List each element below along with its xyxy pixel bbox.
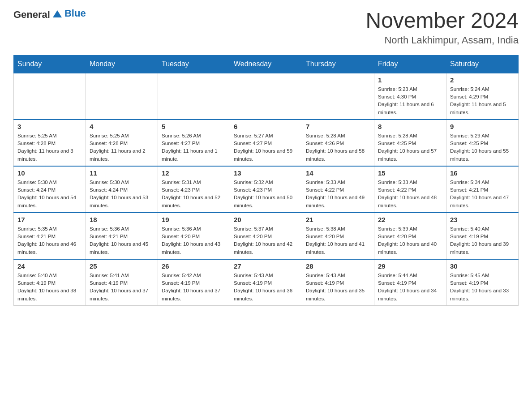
- calendar-cell: 16Sunrise: 5:34 AMSunset: 4:21 PMDayligh…: [446, 166, 519, 213]
- calendar-cell: 1Sunrise: 5:23 AMSunset: 4:30 PMDaylight…: [374, 73, 446, 120]
- calendar-cell: 11Sunrise: 5:30 AMSunset: 4:24 PMDayligh…: [86, 166, 158, 213]
- calendar-cell: 12Sunrise: 5:31 AMSunset: 4:23 PMDayligh…: [158, 166, 230, 213]
- calendar-cell: 26Sunrise: 5:42 AMSunset: 4:19 PMDayligh…: [158, 259, 230, 306]
- day-info: Sunrise: 5:28 AMSunset: 4:25 PMDaylight:…: [378, 132, 442, 163]
- page-header: General Blue November 2024 North Lakhimp…: [13, 9, 519, 46]
- day-info: Sunrise: 5:43 AMSunset: 4:19 PMDaylight:…: [234, 272, 298, 303]
- calendar-cell: 18Sunrise: 5:36 AMSunset: 4:21 PMDayligh…: [86, 213, 158, 259]
- calendar-cell: 10Sunrise: 5:30 AMSunset: 4:24 PMDayligh…: [14, 166, 86, 213]
- day-number: 26: [162, 262, 226, 270]
- day-number: 8: [378, 123, 442, 130]
- day-number: 5: [162, 123, 226, 130]
- day-number: 12: [162, 169, 226, 177]
- calendar-cell: 9Sunrise: 5:29 AMSunset: 4:25 PMDaylight…: [446, 120, 519, 166]
- day-info: Sunrise: 5:40 AMSunset: 4:19 PMDaylight:…: [450, 225, 515, 256]
- calendar-cell: [86, 73, 158, 120]
- month-title: November 2024: [365, 9, 519, 33]
- day-number: 21: [306, 216, 370, 223]
- column-header-thursday: Thursday: [302, 55, 374, 73]
- calendar-header-row: SundayMondayTuesdayWednesdayThursdayFrid…: [14, 55, 519, 73]
- day-number: 18: [90, 216, 154, 223]
- logo-triangle-icon: [51, 7, 64, 19]
- day-info: Sunrise: 5:25 AMSunset: 4:28 PMDaylight:…: [17, 132, 82, 163]
- day-number: 10: [17, 169, 82, 177]
- day-number: 13: [234, 169, 298, 177]
- day-number: 14: [306, 169, 370, 177]
- day-number: 22: [378, 216, 442, 223]
- day-info: Sunrise: 5:28 AMSunset: 4:26 PMDaylight:…: [306, 132, 370, 163]
- column-header-sunday: Sunday: [14, 55, 86, 73]
- day-info: Sunrise: 5:33 AMSunset: 4:22 PMDaylight:…: [378, 179, 442, 210]
- day-number: 30: [450, 262, 515, 270]
- calendar-cell: 29Sunrise: 5:44 AMSunset: 4:19 PMDayligh…: [374, 259, 446, 306]
- day-number: 24: [17, 262, 82, 270]
- week-row-1: 1Sunrise: 5:23 AMSunset: 4:30 PMDaylight…: [14, 73, 519, 120]
- calendar-cell: 27Sunrise: 5:43 AMSunset: 4:19 PMDayligh…: [230, 259, 302, 306]
- day-info: Sunrise: 5:35 AMSunset: 4:21 PMDaylight:…: [17, 225, 82, 256]
- day-number: 9: [450, 123, 515, 130]
- calendar-cell: [230, 73, 302, 120]
- calendar-cell: 2Sunrise: 5:24 AMSunset: 4:29 PMDaylight…: [446, 73, 519, 120]
- day-number: 1: [378, 76, 442, 84]
- week-row-2: 3Sunrise: 5:25 AMSunset: 4:28 PMDaylight…: [14, 120, 519, 166]
- day-number: 27: [234, 262, 298, 270]
- day-number: 4: [90, 123, 154, 130]
- day-number: 23: [450, 216, 515, 223]
- column-header-monday: Monday: [86, 55, 158, 73]
- calendar-cell: 24Sunrise: 5:40 AMSunset: 4:19 PMDayligh…: [14, 259, 86, 306]
- location-title: North Lakhimpur, Assam, India: [365, 34, 519, 46]
- day-number: 20: [234, 216, 298, 223]
- calendar-cell: 13Sunrise: 5:32 AMSunset: 4:23 PMDayligh…: [230, 166, 302, 213]
- calendar-cell: 15Sunrise: 5:33 AMSunset: 4:22 PMDayligh…: [374, 166, 446, 213]
- day-info: Sunrise: 5:31 AMSunset: 4:23 PMDaylight:…: [162, 179, 226, 210]
- logo-text-blue: Blue: [64, 8, 86, 19]
- day-info: Sunrise: 5:37 AMSunset: 4:20 PMDaylight:…: [234, 225, 298, 256]
- calendar-cell: 28Sunrise: 5:43 AMSunset: 4:19 PMDayligh…: [302, 259, 374, 306]
- day-info: Sunrise: 5:39 AMSunset: 4:20 PMDaylight:…: [378, 225, 442, 256]
- calendar-cell: 30Sunrise: 5:45 AMSunset: 4:19 PMDayligh…: [446, 259, 519, 306]
- day-info: Sunrise: 5:41 AMSunset: 4:19 PMDaylight:…: [90, 272, 154, 303]
- column-header-wednesday: Wednesday: [230, 55, 302, 73]
- day-info: Sunrise: 5:24 AMSunset: 4:29 PMDaylight:…: [450, 86, 515, 116]
- svg-marker-0: [53, 10, 62, 17]
- day-info: Sunrise: 5:26 AMSunset: 4:27 PMDaylight:…: [162, 132, 226, 163]
- day-info: Sunrise: 5:29 AMSunset: 4:25 PMDaylight:…: [450, 132, 515, 163]
- day-info: Sunrise: 5:43 AMSunset: 4:19 PMDaylight:…: [306, 272, 370, 303]
- day-info: Sunrise: 5:44 AMSunset: 4:19 PMDaylight:…: [378, 272, 442, 303]
- calendar-cell: 5Sunrise: 5:26 AMSunset: 4:27 PMDaylight…: [158, 120, 230, 166]
- week-row-5: 24Sunrise: 5:40 AMSunset: 4:19 PMDayligh…: [14, 259, 519, 306]
- calendar-cell: 14Sunrise: 5:33 AMSunset: 4:22 PMDayligh…: [302, 166, 374, 213]
- calendar-cell: 4Sunrise: 5:25 AMSunset: 4:28 PMDaylight…: [86, 120, 158, 166]
- calendar-cell: 6Sunrise: 5:27 AMSunset: 4:27 PMDaylight…: [230, 120, 302, 166]
- calendar-cell: [302, 73, 374, 120]
- calendar-cell: 23Sunrise: 5:40 AMSunset: 4:19 PMDayligh…: [446, 213, 519, 259]
- calendar-table: SundayMondayTuesdayWednesdayThursdayFrid…: [13, 55, 519, 306]
- calendar-cell: 25Sunrise: 5:41 AMSunset: 4:19 PMDayligh…: [86, 259, 158, 306]
- calendar-cell: 3Sunrise: 5:25 AMSunset: 4:28 PMDaylight…: [14, 120, 86, 166]
- day-info: Sunrise: 5:40 AMSunset: 4:19 PMDaylight:…: [17, 272, 82, 303]
- logo-text-general: General: [13, 9, 50, 21]
- column-header-saturday: Saturday: [446, 55, 519, 73]
- calendar-cell: 17Sunrise: 5:35 AMSunset: 4:21 PMDayligh…: [14, 213, 86, 259]
- calendar-cell: 19Sunrise: 5:36 AMSunset: 4:20 PMDayligh…: [158, 213, 230, 259]
- calendar-cell: 8Sunrise: 5:28 AMSunset: 4:25 PMDaylight…: [374, 120, 446, 166]
- day-info: Sunrise: 5:36 AMSunset: 4:20 PMDaylight:…: [162, 225, 226, 256]
- title-block: November 2024 North Lakhimpur, Assam, In…: [365, 9, 519, 46]
- calendar-cell: 22Sunrise: 5:39 AMSunset: 4:20 PMDayligh…: [374, 213, 446, 259]
- day-number: 11: [90, 169, 154, 177]
- column-header-friday: Friday: [374, 55, 446, 73]
- day-number: 3: [17, 123, 82, 130]
- day-info: Sunrise: 5:23 AMSunset: 4:30 PMDaylight:…: [378, 86, 442, 116]
- day-info: Sunrise: 5:30 AMSunset: 4:24 PMDaylight:…: [17, 179, 82, 210]
- logo: General Blue: [13, 9, 86, 21]
- day-info: Sunrise: 5:25 AMSunset: 4:28 PMDaylight:…: [90, 132, 154, 163]
- day-info: Sunrise: 5:36 AMSunset: 4:21 PMDaylight:…: [90, 225, 154, 256]
- day-number: 16: [450, 169, 515, 177]
- week-row-3: 10Sunrise: 5:30 AMSunset: 4:24 PMDayligh…: [14, 166, 519, 213]
- calendar-cell: 7Sunrise: 5:28 AMSunset: 4:26 PMDaylight…: [302, 120, 374, 166]
- calendar-cell: [14, 73, 86, 120]
- day-info: Sunrise: 5:34 AMSunset: 4:21 PMDaylight:…: [450, 179, 515, 210]
- day-info: Sunrise: 5:45 AMSunset: 4:19 PMDaylight:…: [450, 272, 515, 303]
- day-number: 25: [90, 262, 154, 270]
- day-number: 28: [306, 262, 370, 270]
